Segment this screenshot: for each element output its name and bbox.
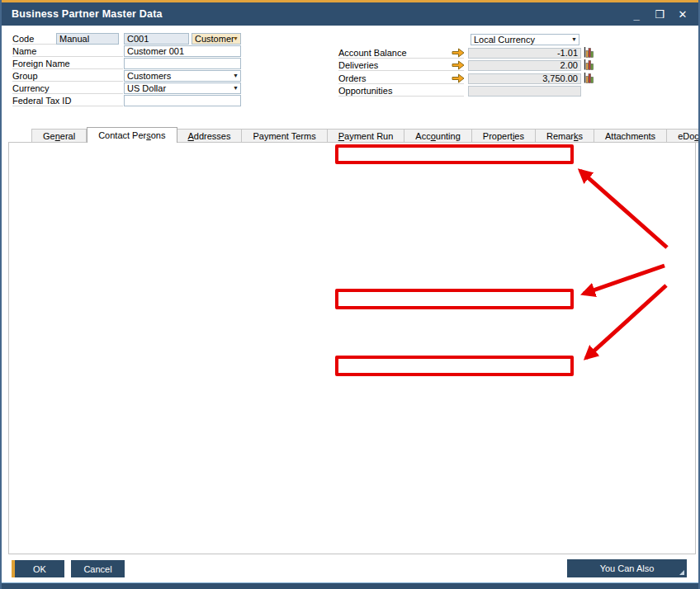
orders-label: Orders	[338, 73, 464, 84]
deliveries-value-field[interactable]: 2.00	[468, 60, 581, 71]
window-bottom-border	[2, 582, 698, 589]
currency-dropdown[interactable]: US Dollar▼	[124, 82, 241, 94]
window-title: Business Partner Master Data	[12, 8, 163, 20]
bp-type-dropdown[interactable]: Customer▼	[192, 33, 241, 45]
title-bar[interactable]: Business Partner Master Data _ ❒ ✕	[2, 2, 698, 26]
name-value: Customer 001	[127, 46, 184, 56]
account-balance-row: Account Balance-1.01	[338, 47, 596, 60]
name-label: Name	[12, 45, 123, 57]
tab-remarks[interactable]: Remarks	[536, 129, 594, 143]
tab-attachments[interactable]: Attachments	[594, 129, 667, 143]
federal-tax-id-input[interactable]	[124, 95, 241, 106]
display-currency-row: Local Currency▼	[338, 34, 596, 47]
code-label: Code	[12, 33, 57, 45]
orange-link-arrow-icon[interactable]	[452, 48, 465, 59]
bar-chart-icon[interactable]	[584, 59, 594, 72]
display-currency-dropdown[interactable]: Local Currency▼	[471, 34, 579, 45]
tab-payment-run[interactable]: Payment Run	[328, 129, 405, 143]
chevron-down-icon: ▼	[233, 35, 239, 42]
minimize-icon[interactable]: _	[629, 7, 644, 21]
summary-section: Local Currency▼ Account Balance-1.01Deli…	[338, 34, 596, 98]
tab-properties[interactable]: Properties	[472, 129, 536, 143]
orders-row: Orders3,750.00	[338, 73, 596, 86]
name-row: NameCustomer 001	[12, 45, 244, 58]
deliveries-row: Deliveries2.00	[338, 59, 596, 73]
resize-corner-icon	[679, 570, 684, 575]
opportunities-row: Opportunities	[338, 85, 596, 98]
window-controls: _ ❒ ✕	[629, 2, 690, 26]
orders-value-field[interactable]: 3,750.00	[468, 73, 581, 84]
tab-contact-persons[interactable]: Contact Persons	[87, 127, 177, 143]
chevron-down-icon: ▼	[233, 73, 239, 79]
bar-chart-icon[interactable]	[584, 73, 594, 85]
you-can-also-button[interactable]: You Can Also	[567, 559, 687, 577]
deliveries-label: Deliveries	[338, 59, 464, 71]
header-fields: NameCustomer 001Foreign NameGroupCustome…	[12, 45, 244, 107]
currency-row: CurrencyUS Dollar▼	[12, 82, 244, 95]
currency-label: Currency	[12, 82, 123, 94]
chevron-down-icon: ▼	[233, 85, 239, 92]
tab-general[interactable]: General	[31, 129, 87, 143]
maximize-icon[interactable]: ❒	[652, 7, 667, 21]
group-label: Group	[12, 70, 123, 82]
federal-tax-id-label: Federal Tax ID	[12, 95, 123, 106]
account-balance-label: Account Balance	[338, 47, 464, 59]
cancel-button[interactable]: Cancel	[71, 560, 125, 577]
opportunities-label: Opportunities	[338, 85, 464, 97]
summary-rows: Account Balance-1.01Deliveries2.00Orders…	[338, 47, 596, 98]
tab-edocs[interactable]: eDocs	[667, 129, 700, 143]
tab-payment-terms[interactable]: Payment Terms	[242, 129, 327, 143]
code-input[interactable]: C001	[124, 33, 189, 45]
group-row: GroupCustomers▼	[12, 70, 244, 82]
orange-link-arrow-icon[interactable]	[452, 73, 465, 85]
code-series-field[interactable]: Manual	[56, 33, 119, 45]
chevron-down-icon: ▼	[571, 36, 577, 43]
close-icon[interactable]: ✕	[675, 7, 690, 21]
foreign-name-row: Foreign Name	[12, 58, 244, 70]
account-balance-value-field[interactable]: -1.01	[468, 48, 581, 59]
tab-addresses[interactable]: Addresses	[177, 129, 243, 143]
bar-chart-icon[interactable]	[584, 47, 594, 59]
orange-link-arrow-icon[interactable]	[452, 60, 465, 72]
name-input[interactable]: Customer 001	[124, 45, 241, 57]
opportunities-value-field[interactable]	[468, 86, 581, 97]
tab-strip: GeneralContact PersonsAddressesPayment T…	[31, 127, 700, 143]
code-row: Code Manual C001 Customer▼	[12, 33, 244, 45]
foreign-name-input[interactable]	[124, 58, 241, 69]
tab-accounting[interactable]: Accounting	[404, 129, 471, 143]
foreign-name-label: Foreign Name	[12, 58, 123, 69]
group-value: Customers	[127, 71, 171, 81]
tab-content-panel	[8, 142, 696, 554]
currency-value: US Dollar	[127, 83, 166, 93]
group-dropdown[interactable]: Customers▼	[124, 70, 241, 82]
business-partner-master-data-window: Business Partner Master Data _ ❒ ✕ Code …	[0, 0, 700, 589]
ok-button[interactable]: OK	[12, 560, 64, 577]
federal-tax-id-row: Federal Tax ID	[12, 95, 244, 107]
